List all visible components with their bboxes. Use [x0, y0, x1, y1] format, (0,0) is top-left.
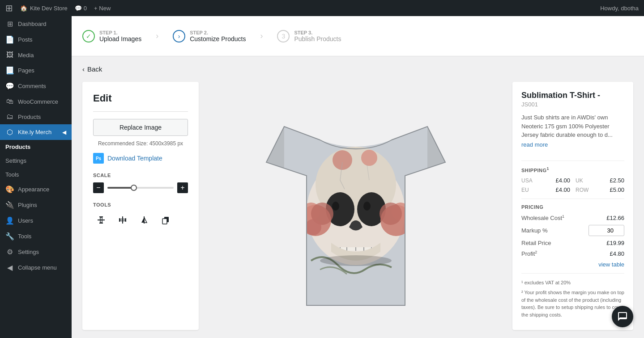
copy-tool-button[interactable]: [158, 212, 174, 228]
step-arrow-1: ›: [156, 31, 158, 41]
kitely-section: ⬡ Kite.ly Merch ◀: [0, 124, 72, 140]
comments-count: 0: [84, 5, 87, 12]
sidebar-item-kitely[interactable]: ⬡ Kite.ly Merch ◀: [0, 124, 72, 140]
shipping-row-uk: UK £2.50: [576, 177, 624, 184]
wp-logo-icon: ⊞: [5, 3, 13, 13]
svg-rect-4: [122, 216, 123, 224]
howdy-text: Howdy, dbotha: [600, 5, 639, 12]
markup-input[interactable]: [589, 225, 624, 236]
sidebar-item-products-main[interactable]: 🗂 Products: [0, 109, 72, 124]
sidebar-item-tools[interactable]: 🔧 Tools: [0, 228, 72, 244]
center-horizontal-tool-button[interactable]: [115, 212, 131, 228]
replace-image-button[interactable]: Replace Image: [93, 119, 188, 136]
slider-thumb[interactable]: [131, 185, 137, 191]
step3-name: Publish Products: [294, 35, 341, 42]
sidebar-item-media[interactable]: 🖼 Media: [0, 47, 72, 63]
site-link[interactable]: 🏠 Kite Dev Store: [20, 5, 68, 12]
step-2: › STEP 2. Customize Products: [173, 30, 246, 42]
svg-rect-0: [98, 220, 105, 220]
sidebar-item-settings-sub[interactable]: Settings: [0, 154, 72, 168]
wholesale-cost-label: Wholesale Cost1: [521, 214, 564, 221]
sidebar-item-comments[interactable]: 💬 Comments: [0, 78, 72, 94]
shipping-row-row: ROW £5.00: [576, 186, 624, 193]
view-table-link[interactable]: view table: [521, 261, 624, 268]
slider-row: − +: [93, 182, 188, 193]
slider-track: [107, 187, 174, 189]
back-button[interactable]: ‹ Back: [82, 65, 633, 73]
tools-row: [93, 212, 188, 228]
posts-icon: 📄: [5, 35, 14, 44]
sidebar-label-products-main: Products: [18, 114, 41, 120]
step2-info: STEP 2. Customize Products: [190, 30, 246, 42]
product-title: Sublimation T-Shirt -: [521, 91, 624, 100]
sidebar-label-appearance: Appearance: [18, 186, 49, 193]
sidebar-item-collapse[interactable]: ◀ Collapse menu: [0, 260, 72, 275]
shipping-price-eu: £4.00: [555, 186, 570, 193]
download-template-link[interactable]: Ps Download Template: [93, 153, 188, 164]
sidebar-item-woocommerce[interactable]: 🛍 WooCommerce: [0, 94, 72, 109]
step-3: 3 STEP 3. Publish Products: [277, 30, 341, 42]
new-button[interactable]: + New: [94, 5, 111, 12]
edit-panel: Edit Replace Image Recommended Size: 450…: [82, 82, 199, 330]
kitely-icon: ⬡: [5, 128, 14, 136]
center-vertical-tool-button[interactable]: [93, 212, 109, 228]
site-name: Kite Dev Store: [30, 5, 68, 12]
scale-section: SCALE − +: [93, 173, 188, 193]
shipping-country-eu: EU: [521, 187, 529, 193]
sidebar-item-appearance[interactable]: 🎨 Appearance: [0, 182, 72, 197]
pricing-section-title: PRICING: [521, 204, 624, 210]
plugins-icon: 🔌: [5, 201, 14, 209]
svg-point-32: [380, 203, 402, 225]
step1-circle: ✓: [82, 30, 95, 42]
sidebar-item-dashboard[interactable]: ⊞ Dashboard: [0, 16, 72, 32]
chat-bubble-button[interactable]: [612, 306, 633, 327]
new-label: + New: [94, 5, 111, 12]
sidebar-label-posts: Posts: [18, 36, 33, 43]
sidebar-item-tools-sub[interactable]: Tools: [0, 168, 72, 182]
edit-title: Edit: [93, 93, 188, 112]
step1-info: STEP 1. Upload Images: [99, 30, 141, 42]
svg-point-35: [320, 255, 392, 266]
sidebar-item-pages[interactable]: 📃 Pages: [0, 63, 72, 78]
shipping-price-uk: £2.50: [610, 177, 624, 184]
comments-icon: 💬: [75, 5, 82, 12]
center-vertical-icon: [97, 215, 106, 224]
sidebar-item-settings[interactable]: ⚙ Settings: [0, 244, 72, 260]
scale-plus-button[interactable]: +: [177, 182, 188, 193]
sidebar-label-pages: Pages: [18, 67, 34, 74]
read-more-link[interactable]: read more: [521, 141, 548, 148]
sidebar-item-posts[interactable]: 📄 Posts: [0, 32, 72, 47]
svg-point-18: [332, 202, 339, 211]
markup-row: Markup %: [521, 225, 624, 236]
center-horizontal-icon: [118, 215, 127, 224]
scale-minus-button[interactable]: −: [93, 182, 104, 193]
flip-horizontal-tool-button[interactable]: [136, 212, 152, 228]
markup-label: Markup %: [521, 227, 548, 234]
sidebar-label-users: Users: [18, 217, 33, 224]
step2-name: Customize Products: [190, 35, 246, 42]
shipping-price-row: £5.00: [610, 186, 624, 193]
sidebar-label-dashboard: Dashboard: [18, 21, 47, 27]
wholesale-cost-value: £12.66: [606, 215, 624, 221]
sidebar-label-kitely: Kite.ly Merch: [18, 129, 51, 135]
profit-value: £4.80: [610, 250, 624, 257]
tools-label: TOOLS: [93, 202, 188, 207]
step2-number: STEP 2.: [190, 30, 246, 35]
flip-horizontal-icon: [140, 215, 149, 224]
pages-icon: 📃: [5, 66, 14, 75]
woocommerce-icon: 🛍: [5, 97, 14, 106]
sidebar-item-users[interactable]: 👤 Users: [0, 213, 72, 228]
products-sub-label: Products: [5, 144, 30, 150]
sidebar-item-plugins[interactable]: 🔌 Plugins: [0, 197, 72, 213]
profit-label: Profit2: [521, 250, 537, 257]
sidebar-item-products-sub[interactable]: Products: [0, 140, 72, 154]
profit-row: Profit2 £4.80: [521, 250, 624, 257]
product-sku: JS001: [521, 101, 624, 108]
tshirt-preview: [253, 91, 459, 323]
comments-link[interactable]: 💬 0: [75, 5, 87, 12]
retail-price-label: Retail Price: [521, 240, 551, 246]
footnote1: ¹ excludes VAT at 20%: [521, 279, 624, 287]
step-arrow-2: ›: [260, 31, 263, 41]
shipping-country-row: ROW: [576, 187, 589, 193]
content-row: Edit Replace Image Recommended Size: 450…: [82, 82, 633, 330]
